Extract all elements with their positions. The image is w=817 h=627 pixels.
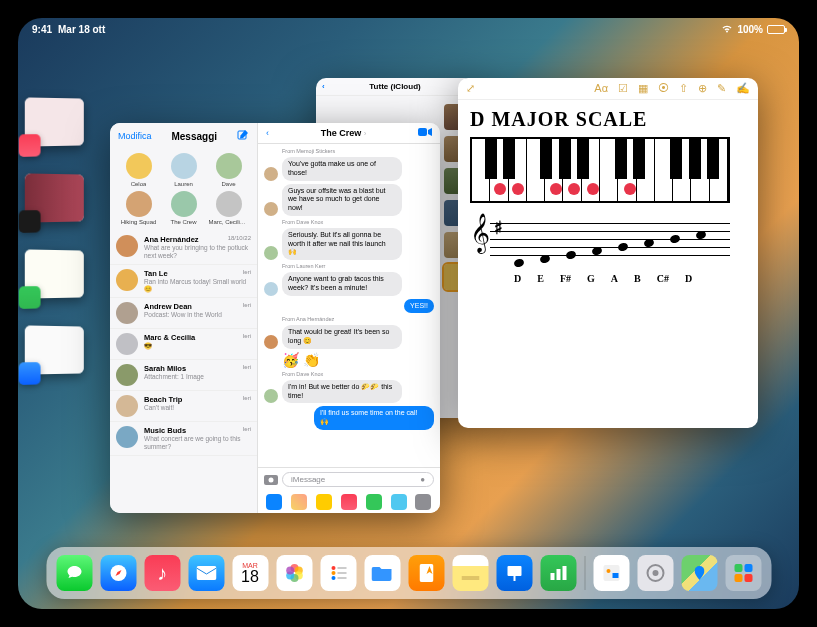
note-label: D	[685, 273, 692, 284]
digital-touch-icon[interactable]	[391, 494, 407, 510]
convo-name: Music Buds	[144, 426, 186, 435]
pinned-name: Celoa	[131, 181, 147, 187]
dock-safari-icon[interactable]	[100, 555, 136, 591]
conversation-row[interactable]: Sarah MilosIeri Attachment: 1 Image	[110, 360, 257, 391]
markup-icon[interactable]: ✎	[717, 82, 726, 95]
pinned-name: The Crew	[170, 219, 196, 225]
dock-reminders-icon[interactable]	[320, 555, 356, 591]
thread-back-icon[interactable]: ‹	[266, 128, 269, 138]
convo-preview: 😎	[144, 342, 251, 350]
text-style-icon[interactable]: Aα	[594, 82, 608, 95]
battery-icon	[767, 25, 785, 34]
share-icon[interactable]: ⇧	[679, 82, 688, 95]
conversation-row[interactable]: Andrew DeanIeri Podcast: Wow in the Worl…	[110, 298, 257, 329]
pinned-name: Lauren	[174, 181, 193, 187]
tapback-icon[interactable]: 👏	[303, 352, 320, 368]
conversation-row[interactable]: Tan LeIeri Ran into Marcus today! Small …	[110, 265, 257, 299]
notes-window[interactable]: ⤢ Aα ☑ ▦ ⦿ ⇧ ⊕ ✎ ✍ D MAJOR SCALE	[458, 78, 758, 428]
avatar	[264, 246, 278, 260]
app-store-icon[interactable]	[266, 494, 282, 510]
black-key	[615, 139, 627, 179]
thread-name[interactable]: The Crew	[321, 128, 362, 138]
dock-photos-icon[interactable]	[276, 555, 312, 591]
message-row[interactable]: YES!!	[264, 299, 434, 314]
svg-rect-34	[744, 574, 752, 582]
fullscreen-icon[interactable]: ⤢	[466, 82, 475, 95]
message-row[interactable]: I'll find us some time on the cal! 🙌	[264, 406, 434, 430]
dock-maps-icon[interactable]	[681, 555, 717, 591]
photos-title: Tutte (iCloud)	[369, 82, 420, 91]
conversation-row[interactable]: Beach TripIeri Can't wait!	[110, 391, 257, 422]
more-apps-icon[interactable]	[415, 494, 431, 510]
convo-time: Ieri	[243, 333, 251, 342]
camera-add-icon[interactable]: ⦿	[658, 82, 669, 95]
mic-icon[interactable]: ●	[420, 475, 425, 484]
pinned-contact[interactable]: Dave	[208, 153, 249, 187]
dock: ♪ MAR 18	[46, 547, 771, 599]
dock-music-icon[interactable]: ♪	[144, 555, 180, 591]
convo-preview: What concert are we going to this summer…	[144, 435, 251, 451]
dock-notes-icon[interactable]	[452, 555, 488, 591]
message-row[interactable]: Guys our offsite was a blast but we have…	[264, 184, 434, 216]
messages-window[interactable]: Modifica Messaggi CeloaLaurenDaveHiking …	[110, 123, 440, 513]
pinned-contact[interactable]: Hiking Squad	[118, 191, 159, 225]
convo-name: Beach Trip	[144, 395, 182, 404]
dock-calendar-icon[interactable]: MAR 18	[232, 555, 268, 591]
dock-freeform-icon[interactable]	[593, 555, 629, 591]
note-label: A	[611, 273, 618, 284]
camera-icon[interactable]	[264, 473, 278, 487]
svg-rect-22	[513, 576, 515, 581]
message-input[interactable]: iMessage ●	[282, 472, 434, 487]
photos-app-icon[interactable]	[291, 494, 307, 510]
message-row[interactable]: That would be great! It's been so long 😊	[264, 325, 434, 349]
staff-line	[490, 223, 730, 224]
svg-rect-15	[337, 572, 346, 574]
pinned-contact[interactable]: Lauren	[163, 153, 204, 187]
black-key	[540, 139, 552, 179]
avatar	[126, 191, 152, 217]
pinned-contact[interactable]: Marc, Cecilia &…	[208, 191, 249, 225]
black-key	[670, 139, 682, 179]
convo-time: 18/10/22	[228, 235, 251, 244]
message-row[interactable]: Seriously. But it's all gonna be worth i…	[264, 228, 434, 260]
pinned-contact[interactable]: Celoa	[118, 153, 159, 187]
music-app-icon[interactable]	[341, 494, 357, 510]
compose-icon[interactable]	[237, 129, 249, 143]
convo-name: Marc & Cecilia	[144, 333, 195, 342]
black-key	[485, 139, 497, 179]
app-strip	[258, 491, 440, 513]
edit-button[interactable]: Modifica	[118, 131, 152, 141]
conversation-row[interactable]: Ana Hernández18/10/22 What are you bring…	[110, 231, 257, 265]
svg-point-3	[269, 477, 274, 482]
dock-messages-icon[interactable]	[56, 555, 92, 591]
message-row[interactable]: I'm in! But we better do 🌮🌮 this time!	[264, 380, 434, 404]
dock-settings-icon[interactable]	[637, 555, 673, 591]
more-icon[interactable]: ⊕	[698, 82, 707, 95]
dock-numbers-icon[interactable]	[540, 555, 576, 591]
avatar	[264, 167, 278, 181]
svg-rect-28	[612, 573, 618, 578]
message-row[interactable]: You've gotta make us one of those!	[264, 157, 434, 181]
tapback-icon[interactable]: 🥳	[282, 352, 299, 368]
stickers-icon[interactable]	[366, 494, 382, 510]
dock-mail-icon[interactable]	[188, 555, 224, 591]
pinned-contact[interactable]: The Crew	[163, 191, 204, 225]
memoji-icon[interactable]	[316, 494, 332, 510]
dock-pages-icon[interactable]	[408, 555, 444, 591]
black-key	[689, 139, 701, 179]
svg-rect-23	[550, 573, 554, 580]
sender-label: From Lauren Kerr	[282, 263, 434, 269]
conversation-row[interactable]: Music BudsIeri What concert are we going…	[110, 422, 257, 456]
notes-body[interactable]: D MAJOR SCALE 𝄞 ♯ DEF#GABC#D	[458, 100, 758, 292]
dock-keynote-icon[interactable]	[496, 555, 532, 591]
message-row[interactable]: Anyone want to grab tacos this week? It'…	[264, 272, 434, 296]
new-note-icon[interactable]: ✍	[736, 82, 750, 95]
table-icon[interactable]: ▦	[638, 82, 648, 95]
avatar	[171, 191, 197, 217]
checklist-icon[interactable]: ☑	[618, 82, 628, 95]
dock-files-icon[interactable]	[364, 555, 400, 591]
back-icon[interactable]: ‹	[322, 82, 325, 91]
dock-app-library-icon[interactable]	[725, 555, 761, 591]
conversation-row[interactable]: Marc & CeciliaIeri 😎	[110, 329, 257, 360]
facetime-icon[interactable]	[418, 127, 432, 139]
